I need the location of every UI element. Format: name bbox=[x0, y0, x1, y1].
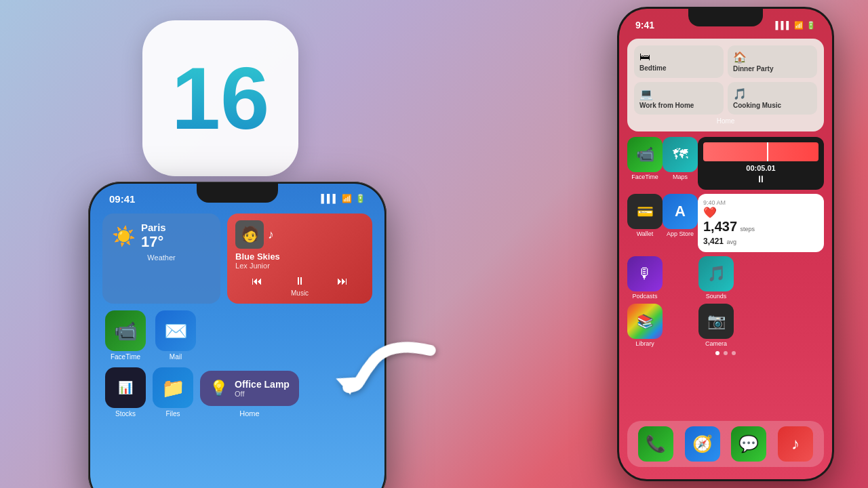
music-avatar: 🧑 bbox=[235, 220, 264, 249]
stocks-label: Stocks bbox=[115, 410, 136, 418]
ios-version-number: 16 bbox=[172, 54, 270, 142]
dot-2 bbox=[724, 351, 728, 355]
right-status-time: 9:41 bbox=[635, 20, 654, 30]
right-podcasts-label: Podcasts bbox=[632, 293, 657, 300]
home-widget-label: Home bbox=[239, 409, 259, 418]
music-title: Blue Skies bbox=[235, 251, 364, 262]
files-app[interactable]: 📁 Files bbox=[153, 367, 193, 418]
right-facetime-app[interactable]: 📹 FaceTime bbox=[627, 137, 663, 190]
battery-icon: 🔋 bbox=[355, 194, 366, 203]
health-heart: ❤️ bbox=[703, 206, 818, 219]
right-appstore-app[interactable]: A App Store bbox=[663, 194, 698, 252]
right-camera-icon: 📷 bbox=[698, 304, 734, 339]
right-sounds-label: Sounds bbox=[706, 293, 727, 300]
weather-sun-icon: ☀️ bbox=[112, 225, 136, 247]
widget-row-top: ☀️ Paris 17° Weather 🧑 ♪ bbox=[102, 214, 372, 304]
music-pause-button[interactable]: ⏸ bbox=[294, 275, 305, 287]
ios-logo: 16 bbox=[142, 20, 298, 176]
vm-waveform bbox=[703, 142, 818, 161]
right-podcasts-icon: 🎙 bbox=[627, 256, 663, 291]
right-sounds-app[interactable]: 🎵 Sounds bbox=[698, 256, 734, 300]
health-widget[interactable]: 9:40 AM ❤️ 1,437 steps 3,421 avg bbox=[698, 194, 824, 252]
lamp-title: Office Lamp bbox=[235, 379, 290, 390]
right-battery-icon: 🔋 bbox=[806, 21, 816, 30]
stocks-app[interactable]: 📊 Stocks bbox=[105, 367, 146, 418]
right-camera-label: Camera bbox=[705, 340, 727, 347]
voice-memo-widget[interactable]: 00:05.01 ⏸ bbox=[698, 137, 824, 190]
work-label: Work from Home bbox=[639, 102, 694, 109]
lamp-icon: 💡 bbox=[210, 380, 228, 397]
right-app-row-2: 💳 Wallet A App Store 9:40 AM ❤️ bbox=[627, 194, 824, 252]
music-forward-button[interactable]: ⏭ bbox=[337, 275, 348, 287]
right-app-row-1: 📹 FaceTime 🗺 Maps 00:05.01 ⏸ bbox=[627, 137, 824, 190]
music-widget[interactable]: 🧑 ♪ Blue Skies Lex Junior ⏮ ⏸ ⏭ Music bbox=[227, 214, 372, 304]
dot-1 bbox=[715, 351, 719, 355]
right-maps-app[interactable]: 🗺 Maps bbox=[663, 137, 698, 190]
weather-temp: 17° bbox=[141, 233, 166, 251]
weather-widget[interactable]: ☀️ Paris 17° Weather bbox=[102, 214, 220, 304]
vm-pause-button[interactable]: ⏸ bbox=[703, 174, 818, 184]
mail-app[interactable]: ✉️ Mail bbox=[155, 310, 196, 361]
health-avg: 3,421 avg bbox=[703, 235, 818, 247]
heart-icon: ❤️ bbox=[703, 206, 717, 219]
vm-time: 00:05.01 bbox=[703, 164, 818, 172]
weather-city: Paris bbox=[141, 222, 166, 233]
right-library-label: Library bbox=[635, 340, 654, 347]
music-artist: Lex Junior bbox=[235, 262, 364, 270]
music-rewind-button[interactable]: ⏮ bbox=[252, 275, 262, 287]
right-wallet-app[interactable]: 💳 Wallet bbox=[627, 194, 663, 252]
music-info: Blue Skies Lex Junior bbox=[235, 251, 364, 270]
dinner-label: Dinner Party bbox=[733, 65, 773, 73]
home-widget[interactable]: 💡 Office Lamp Off bbox=[200, 371, 299, 406]
mail-label: Mail bbox=[170, 353, 182, 361]
right-facetime-icon: 📹 bbox=[627, 137, 663, 172]
scenes-widget[interactable]: 🛏 Bedtime 🏠 Dinner Party 💻 Work from Hom… bbox=[627, 39, 824, 131]
right-phone: 9:41 ▌▌▌ 📶 🔋 🛏 Bedtime 🏠 Dinner Part bbox=[617, 7, 834, 481]
right-library-icon: 📚 bbox=[627, 304, 663, 339]
dock-safari[interactable]: 🧭 bbox=[685, 426, 720, 462]
music-label: Music bbox=[235, 289, 364, 297]
scene-cooking-music[interactable]: 🎵 Cooking Music bbox=[728, 82, 817, 115]
facetime-icon: 📹 bbox=[105, 310, 146, 351]
right-library-app[interactable]: 📚 Library bbox=[627, 304, 663, 347]
scene-bedtime[interactable]: 🛏 Bedtime bbox=[634, 45, 724, 78]
work-icon: 💻 bbox=[639, 87, 653, 100]
right-signal-icon: ▌▌▌ bbox=[776, 21, 791, 29]
scene-dinner-party[interactable]: 🏠 Dinner Party bbox=[728, 45, 817, 78]
app-row-1: 📹 FaceTime ✉️ Mail bbox=[102, 310, 372, 361]
weather-label: Weather bbox=[112, 253, 211, 262]
right-maps-icon: 🗺 bbox=[663, 137, 698, 172]
right-phone-frame: 9:41 ▌▌▌ 📶 🔋 🛏 Bedtime 🏠 Dinner Part bbox=[617, 7, 834, 481]
lamp-subtitle: Off bbox=[235, 390, 290, 398]
bedtime-icon: 🛏 bbox=[639, 51, 650, 63]
left-status-icons: ▌▌▌ 📶 🔋 bbox=[321, 194, 366, 203]
dinner-icon: 🏠 bbox=[733, 51, 747, 64]
right-app-row-3: 🎙 Podcasts 🎵 Sounds bbox=[627, 256, 824, 300]
right-app-row-4: 📚 Library 📷 Camera bbox=[627, 304, 824, 347]
dock-phone[interactable]: 📞 bbox=[638, 426, 673, 462]
dock-messages[interactable]: 💬 bbox=[731, 426, 766, 462]
page-dots bbox=[619, 351, 832, 355]
cooking-icon: 🎵 bbox=[733, 87, 747, 100]
facetime-app[interactable]: 📹 FaceTime bbox=[105, 310, 146, 361]
right-sounds-icon: 🎵 bbox=[698, 256, 734, 291]
health-steps: 1,437 steps bbox=[703, 219, 818, 235]
files-icon: 📁 bbox=[153, 367, 193, 408]
right-maps-label: Maps bbox=[673, 174, 688, 180]
right-app-grid: 📹 FaceTime 🗺 Maps 00:05.01 ⏸ bbox=[619, 137, 832, 347]
right-podcasts-app[interactable]: 🎙 Podcasts bbox=[627, 256, 663, 300]
right-wifi-icon: 📶 bbox=[794, 21, 804, 30]
lamp-text: Office Lamp Off bbox=[235, 379, 290, 398]
right-facetime-label: FaceTime bbox=[631, 174, 658, 180]
dock-music[interactable]: ♪ bbox=[778, 426, 813, 462]
scene-work-from-home[interactable]: 💻 Work from Home bbox=[634, 82, 724, 115]
scenes-grid: 🛏 Bedtime 🏠 Dinner Party 💻 Work from Hom… bbox=[634, 45, 817, 115]
files-label: Files bbox=[165, 410, 180, 418]
dot-3 bbox=[732, 351, 736, 355]
right-camera-app[interactable]: 📷 Camera bbox=[698, 304, 734, 347]
right-wallet-label: Wallet bbox=[637, 230, 654, 237]
vm-slider bbox=[767, 142, 768, 161]
wifi-icon: 📶 bbox=[342, 194, 352, 203]
scenes-home-label: Home bbox=[634, 117, 817, 125]
right-wallet-icon: 💳 bbox=[627, 194, 663, 229]
